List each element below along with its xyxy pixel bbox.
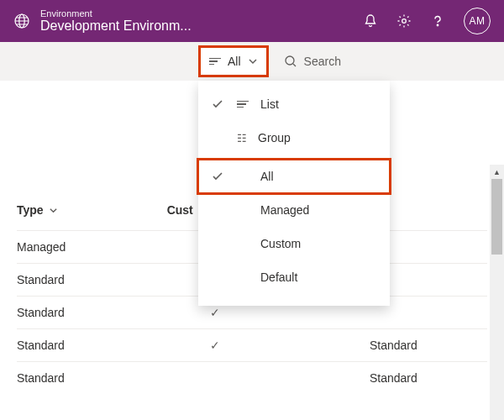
environment-label: Environment [40, 8, 363, 18]
filter-option-default[interactable]: Default [198, 260, 390, 294]
search-box[interactable]: Search [284, 55, 341, 68]
filter-label: All [228, 55, 241, 68]
column-custom[interactable]: Cust [167, 203, 193, 217]
chevron-down-icon [248, 56, 258, 66]
checkmark-icon [210, 98, 225, 110]
vertical-scrollbar[interactable]: ▲ [490, 165, 504, 420]
filter-dropdown-menu: List ☷ Group All Managed Custom Default [198, 81, 390, 306]
group-icon: ☷ [237, 132, 246, 144]
filter-option-managed[interactable]: Managed [198, 193, 390, 227]
chevron-down-icon [49, 206, 58, 215]
svg-point-2 [402, 19, 407, 24]
avatar[interactable]: AM [464, 8, 491, 34]
search-placeholder: Search [304, 55, 341, 68]
view-option-list[interactable]: List [198, 87, 390, 121]
view-list-label: List [260, 97, 279, 111]
filter-option-custom[interactable]: Custom [198, 227, 390, 260]
scroll-thumb[interactable] [491, 179, 502, 255]
filter-option-all[interactable]: All [198, 160, 390, 193]
checkmark-icon [210, 171, 225, 182]
column-type[interactable]: Type [17, 203, 58, 217]
avatar-initials: AM [470, 15, 486, 27]
environment-name: Development Environm... [40, 18, 363, 34]
filter-all-label: All [260, 170, 274, 183]
help-icon[interactable] [430, 13, 445, 29]
app-header: Environment Development Environm... AM [0, 0, 504, 42]
table-row[interactable]: Standard Standard [17, 361, 487, 394]
filter-default-label: Default [260, 270, 297, 284]
filter-icon [209, 58, 221, 66]
toolbar: All Search [0, 42, 504, 81]
table-row[interactable]: Standard ✓ Standard [17, 328, 487, 361]
environment-block[interactable]: Environment Development Environm... [40, 8, 363, 34]
environment-icon [13, 13, 30, 29]
filter-custom-label: Custom [260, 237, 301, 250]
view-option-group[interactable]: ☷ Group [198, 121, 390, 155]
scroll-up-arrow[interactable]: ▲ [490, 165, 504, 179]
gear-icon[interactable] [396, 13, 412, 29]
svg-point-4 [286, 56, 294, 65]
filter-dropdown-button[interactable]: All [198, 45, 269, 77]
search-icon [284, 55, 297, 68]
svg-point-3 [437, 24, 438, 25]
list-icon [237, 101, 249, 108]
view-group-label: Group [258, 131, 291, 144]
filter-managed-label: Managed [260, 203, 309, 217]
bell-icon[interactable] [363, 13, 378, 29]
